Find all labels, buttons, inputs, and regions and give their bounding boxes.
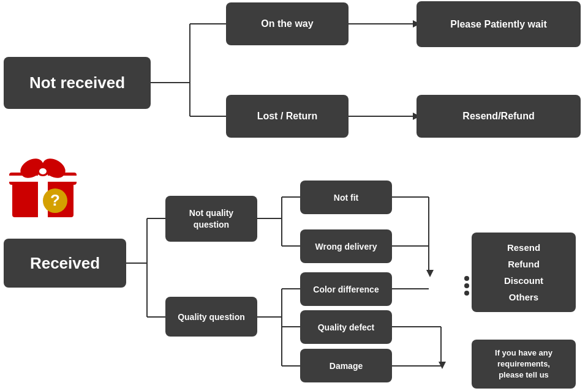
lost-return-node: Lost / Return [226, 95, 349, 138]
gift-icon: ? [6, 147, 80, 220]
quality-question-node: Quality question [165, 297, 257, 337]
svg-rect-36 [9, 176, 77, 182]
quality-defect-node: Quality defect [300, 310, 392, 344]
not-received-node: Not received [4, 57, 151, 109]
wrong-delivery-node: Wrong delivery [300, 229, 392, 263]
color-diff-node: Color difference [300, 272, 392, 306]
received-node: Received [4, 239, 126, 288]
not-quality-node: Not quality question [165, 196, 257, 242]
requirements-node: If you have any requirements, please tel… [472, 340, 576, 389]
resend-refund-top-node: Resend/Refund [417, 95, 581, 138]
not-fit-node: Not fit [300, 181, 392, 214]
svg-point-40 [39, 168, 47, 174]
diagram: ? Not received On the way Please Patient… [0, 0, 588, 391]
svg-text:?: ? [50, 191, 60, 209]
damage-node: Damage [300, 349, 392, 382]
svg-point-26 [464, 276, 469, 281]
svg-point-28 [464, 291, 469, 296]
please-wait-node: Please Patiently wait [417, 1, 581, 47]
resend-etc-node: Resend Refund Discount Others [472, 233, 576, 312]
on-the-way-node: On the way [226, 2, 349, 45]
svg-marker-25 [426, 270, 434, 277]
svg-point-27 [464, 283, 469, 288]
svg-marker-32 [439, 362, 446, 369]
